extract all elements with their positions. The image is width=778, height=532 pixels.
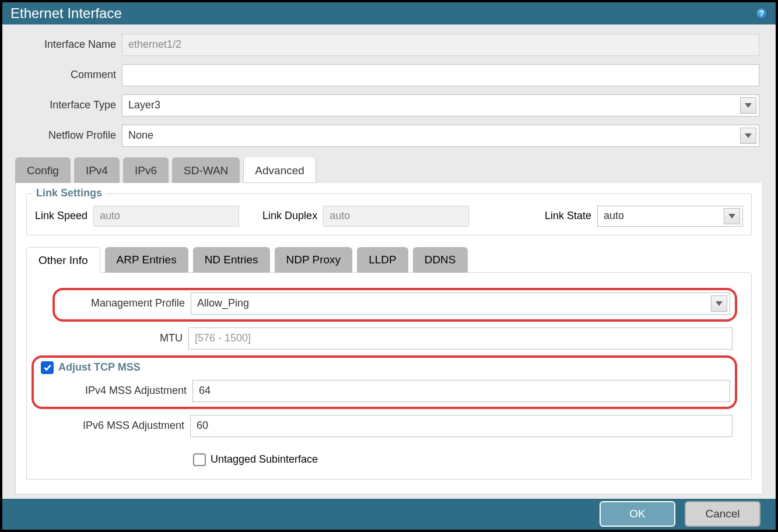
interface-name-value: ethernet1/2	[128, 38, 181, 51]
adjust-tcp-mss-checkbox[interactable]	[41, 361, 54, 374]
chevron-down-icon[interactable]	[740, 97, 756, 114]
interface-type-label: Interface Type	[2, 99, 122, 111]
comment-label: Comment	[2, 69, 122, 81]
link-state-label: Link State	[545, 210, 591, 222]
mtu-placeholder: [576 - 1500]	[195, 332, 251, 344]
mgmt-profile-select[interactable]: Allow_Ping	[191, 293, 730, 315]
ipv6-mss-label: IPv6 MSS Adjustment	[57, 420, 190, 432]
cancel-button[interactable]: Cancel	[685, 501, 761, 527]
adjust-tcp-mss-header: Adjust TCP MSS	[41, 361, 730, 374]
link-speed-label: Link Speed	[35, 210, 87, 222]
highlight-adjust-tcp-mss: Adjust TCP MSS IPv4 MSS Adjustment 64	[31, 355, 737, 409]
highlight-management-profile: Management Profile Allow_Ping	[52, 288, 737, 322]
dialog-content: Interface Name ethernet1/2 Comment Inter…	[2, 24, 776, 499]
ipv4-mss-value: 64	[199, 385, 211, 397]
svg-marker-1	[745, 133, 752, 138]
netflow-profile-value: None	[128, 129, 153, 142]
tab-ipv4[interactable]: IPv4	[74, 157, 120, 183]
dialog-footer: OK Cancel	[2, 499, 776, 530]
subtab-lldp[interactable]: LLDP	[357, 247, 408, 273]
main-tabs: Config IPv4 IPv6 SD-WAN Advanced	[2, 157, 776, 183]
untagged-subinterface-label: Untagged Subinterface	[211, 453, 318, 466]
interface-name-field: ethernet1/2	[122, 34, 759, 56]
svg-marker-2	[728, 214, 735, 219]
subtab-ddns[interactable]: DDNS	[413, 247, 468, 273]
other-info-pane: Management Profile Allow_Ping MTU [576 -…	[26, 272, 752, 480]
untagged-subinterface-checkbox[interactable]	[193, 453, 206, 466]
link-settings-legend: Link Settings	[33, 187, 106, 199]
interface-type-value: Layer3	[128, 99, 160, 111]
netflow-profile-label: Netflow Profile	[2, 129, 122, 142]
link-duplex-value: auto	[330, 210, 350, 222]
chevron-down-icon[interactable]	[724, 208, 740, 224]
subtab-arp-entries[interactable]: ARP Entries	[105, 247, 188, 273]
subtab-other-info[interactable]: Other Info	[26, 247, 100, 273]
mtu-field[interactable]: [576 - 1500]	[188, 327, 733, 350]
ipv4-mss-label: IPv4 MSS Adjustment	[59, 385, 192, 397]
link-speed-select[interactable]: auto	[93, 206, 239, 227]
subtab-ndp-proxy[interactable]: NDP Proxy	[275, 247, 353, 273]
interface-type-select[interactable]: Layer3	[122, 94, 759, 117]
tab-advanced[interactable]: Advanced	[243, 157, 316, 183]
tab-sdwan[interactable]: SD-WAN	[172, 157, 240, 183]
ipv6-mss-field[interactable]: 60	[190, 415, 733, 437]
link-speed-value: auto	[100, 210, 120, 222]
tab-config[interactable]: Config	[15, 157, 71, 183]
subtab-nd-entries[interactable]: ND Entries	[193, 247, 270, 273]
tab-ipv6[interactable]: IPv6	[123, 157, 169, 183]
chevron-down-icon[interactable]	[711, 295, 727, 312]
mgmt-profile-label: Management Profile	[59, 297, 191, 309]
top-form: Interface Name ethernet1/2 Comment Inter…	[2, 24, 776, 157]
comment-field[interactable]	[122, 64, 759, 86]
cancel-button-label: Cancel	[705, 508, 740, 520]
link-duplex-select[interactable]: auto	[323, 206, 469, 227]
link-state-value: auto	[604, 210, 624, 222]
help-icon[interactable]: ?	[756, 8, 768, 19]
titlebar: Ethernet Interface ?	[2, 2, 776, 24]
link-state-select[interactable]: auto	[597, 206, 743, 227]
ipv4-mss-field[interactable]: 64	[192, 380, 730, 402]
interface-name-label: Interface Name	[2, 38, 122, 51]
sub-tabs: Other Info ARP Entries ND Entries NDP Pr…	[26, 247, 752, 273]
untagged-subinterface-row: Untagged Subinterface	[27, 453, 742, 466]
adjust-tcp-mss-label: Adjust TCP MSS	[58, 361, 141, 374]
svg-marker-3	[716, 301, 723, 306]
advanced-pane: Link Settings Link Speed auto Link Duple…	[15, 183, 763, 494]
link-settings-fieldset: Link Settings Link Speed auto Link Duple…	[26, 193, 752, 235]
ok-button-label: OK	[629, 508, 645, 520]
chevron-down-icon[interactable]	[740, 128, 756, 144]
mtu-label: MTU	[57, 332, 188, 344]
netflow-profile-select[interactable]: None	[122, 125, 759, 147]
mgmt-profile-value: Allow_Ping	[197, 297, 249, 309]
link-duplex-label: Link Duplex	[262, 210, 317, 222]
ipv6-mss-value: 60	[197, 420, 208, 432]
ok-button[interactable]: OK	[600, 501, 675, 527]
svg-marker-0	[745, 103, 752, 108]
dialog-title: Ethernet Interface	[10, 5, 122, 22]
